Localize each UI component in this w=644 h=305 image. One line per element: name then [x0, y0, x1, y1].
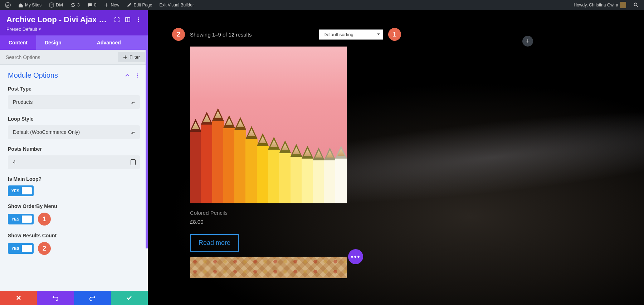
search-icon [633, 2, 639, 8]
plus-icon [123, 55, 127, 59]
howdy-user[interactable]: Howdy, Christina Gwira [571, 0, 629, 10]
sidebar-actions [0, 291, 148, 305]
new-link[interactable]: New [101, 0, 122, 10]
responsive-icon[interactable] [131, 159, 136, 165]
kebab-icon[interactable] [136, 17, 141, 23]
site-link[interactable]: Divi [46, 0, 66, 10]
add-section-button[interactable]: + [522, 36, 533, 47]
my-sites-link[interactable]: My Sites [15, 0, 44, 10]
gauge-icon [49, 2, 54, 8]
product-image [190, 47, 347, 203]
sort-select[interactable]: Default sorting [319, 29, 383, 40]
layout-icon[interactable] [125, 17, 131, 23]
svg-point-2 [634, 3, 637, 6]
annotation-badge-2: 2 [38, 242, 51, 255]
search-toggle[interactable] [630, 0, 642, 10]
results-count-toggle[interactable]: YES [8, 243, 34, 254]
refresh-icon [70, 2, 76, 8]
kebab-icon[interactable] [135, 73, 140, 78]
wp-logo[interactable] [2, 0, 14, 10]
redo-icon [89, 295, 96, 301]
post-type-select[interactable]: Products▴▾ [8, 95, 140, 109]
filter-button[interactable]: Filter [118, 52, 145, 62]
module-title: Archive Loop - Divi Ajax Filt... [6, 15, 111, 24]
divi-settings-sidebar: Archive Loop - Divi Ajax Filt... Preset:… [0, 10, 148, 305]
tab-design[interactable]: Design [36, 35, 70, 50]
results-count-label: Show Results Count [8, 233, 140, 238]
plus-icon [103, 2, 109, 8]
annotation-badge-1-canvas: 1 [388, 28, 401, 41]
svg-point-9 [137, 77, 138, 78]
house-icon [18, 2, 24, 8]
visual-builder-canvas[interactable]: 2 Showing 1–9 of 12 results Default sort… [148, 10, 644, 305]
shop-module: 2 Showing 1–9 of 12 results Default sort… [172, 28, 401, 278]
tab-advanced[interactable]: Advanced [88, 35, 130, 50]
check-icon [126, 295, 132, 301]
redo-button[interactable] [74, 291, 111, 305]
comment-icon [87, 2, 93, 8]
comments-link[interactable]: 0 [84, 0, 99, 10]
wordpress-icon [5, 2, 11, 8]
sidebar-body[interactable]: Module Options Post Type Products▴▾ Loop… [0, 65, 148, 291]
options-search-bar: Filter [0, 50, 148, 65]
post-type-label: Post Type [8, 86, 140, 92]
options-search-input[interactable] [0, 50, 115, 64]
main-loop-label: Is Main Loop? [8, 176, 140, 182]
exit-builder-link[interactable]: Exit Visual Builder [156, 0, 197, 10]
annotation-badge-1: 1 [38, 213, 51, 226]
results-count-text: Showing 1–9 of 12 results [190, 32, 252, 38]
undo-button[interactable] [37, 291, 74, 305]
product-card-2[interactable] [190, 257, 347, 278]
chevron-up-icon[interactable] [125, 73, 130, 78]
cancel-button[interactable] [0, 291, 37, 305]
loop-style-select[interactable]: Default (WooCommerce Only)▴▾ [8, 125, 140, 139]
pencil-icon [126, 2, 132, 8]
updates-link[interactable]: 3 [67, 0, 83, 10]
loop-style-label: Loop Style [8, 116, 140, 122]
posts-number-input[interactable] [8, 155, 140, 169]
sidebar-header: Archive Loop - Divi Ajax Filt... Preset:… [0, 10, 148, 35]
avatar [620, 2, 626, 8]
svg-point-4 [138, 18, 139, 19]
save-button[interactable] [111, 291, 148, 305]
close-icon [16, 295, 21, 301]
preset-selector[interactable]: Preset: Default ▾ [6, 26, 141, 32]
svg-point-7 [137, 73, 138, 74]
read-more-button[interactable]: Read more [190, 234, 239, 252]
svg-point-8 [137, 75, 138, 76]
undo-icon [52, 295, 59, 301]
settings-tabs: Content Design Advanced [0, 35, 148, 50]
svg-point-5 [138, 19, 139, 20]
tab-content[interactable]: Content [0, 35, 36, 50]
posts-number-label: Posts Number [8, 146, 140, 152]
section-title: Module Options [8, 71, 58, 79]
orderby-toggle[interactable]: YES [8, 214, 34, 224]
annotation-badge-2-canvas: 2 [172, 28, 185, 41]
module-menu-button[interactable]: ••• [348, 249, 363, 264]
wp-admin-bar: My Sites Divi 3 0 New Edit Page Exit Vis… [0, 0, 644, 10]
orderby-label: Show OrderBy Menu [8, 203, 140, 209]
product-price: £8.00 [190, 219, 347, 225]
product-card[interactable]: Colored Pencils £8.00 Read more [190, 47, 347, 252]
svg-point-6 [138, 21, 139, 22]
main-loop-toggle[interactable]: YES [8, 185, 34, 196]
expand-icon[interactable] [114, 17, 120, 23]
edit-page-link[interactable]: Edit Page [123, 0, 155, 10]
product-title[interactable]: Colored Pencils [190, 210, 347, 216]
